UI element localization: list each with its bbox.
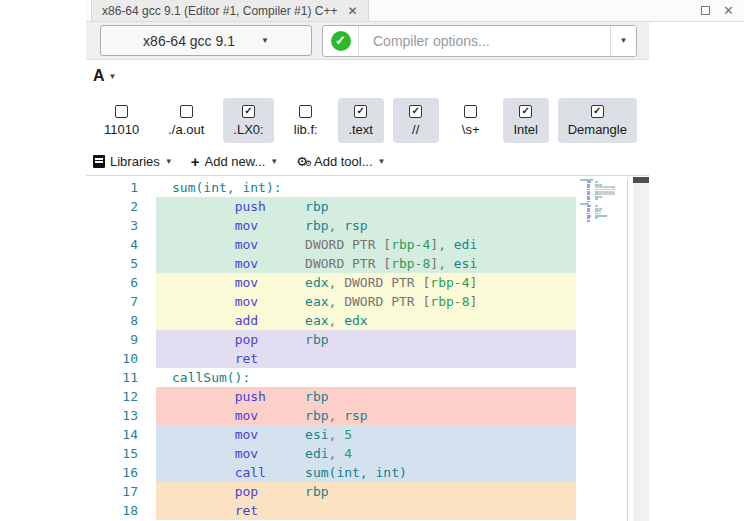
- compiler-pane: x86-64 gcc 9.1 ▼ ✓ ▼ A ▼ 11010./a.out✓.L…: [86, 22, 649, 521]
- filter-toggle[interactable]: ✓Intel: [503, 98, 549, 143]
- asm-line[interactable]: 11callSum():: [86, 368, 649, 387]
- options-dropdown-button[interactable]: ▼: [610, 26, 636, 56]
- filter-label: .text: [348, 122, 373, 137]
- checkbox-checked-icon[interactable]: ✓: [242, 105, 255, 118]
- line-content: mov edi, 4: [156, 444, 576, 463]
- asm-line[interactable]: 8 add eax, edx: [86, 311, 649, 330]
- asm-line[interactable]: 4 mov DWORD PTR [rbp-4], edi: [86, 235, 649, 254]
- line-number: 11: [86, 368, 156, 387]
- line-number: 9: [86, 330, 156, 349]
- checkbox-unchecked-icon[interactable]: [115, 105, 128, 118]
- line-content: mov rbp, rsp: [156, 216, 576, 235]
- asm-line[interactable]: 7 mov eax, DWORD PTR [rbp-8]: [86, 292, 649, 311]
- line-content: add eax, edx: [156, 311, 576, 330]
- font-size-label: A: [93, 67, 105, 85]
- compiler-select-label: x86-64 gcc 9.1: [143, 33, 235, 49]
- asm-line[interactable]: 6 mov edx, DWORD PTR [rbp-4]: [86, 273, 649, 292]
- chevron-down-icon: ▼: [378, 157, 386, 166]
- window-controls: ✕: [701, 4, 744, 21]
- line-number: 18: [86, 501, 156, 520]
- compiler-select[interactable]: x86-64 gcc 9.1 ▼: [100, 25, 312, 56]
- filter-label: Demangle: [568, 122, 627, 137]
- checkbox-checked-icon[interactable]: ✓: [591, 105, 604, 118]
- chevron-down-icon: ▼: [109, 72, 117, 81]
- line-content: ret: [156, 349, 576, 368]
- gears-icon: ⚙⚙: [296, 155, 309, 168]
- filter-toggle[interactable]: ✓//: [393, 98, 439, 143]
- asm-line[interactable]: 16 call sum(int, int): [86, 463, 649, 482]
- chevron-down-icon: ▼: [620, 36, 628, 45]
- compiler-options-group: ✓ ▼: [322, 25, 637, 57]
- scrollbar-thumb[interactable]: [633, 177, 649, 183]
- asm-line[interactable]: 18 ret: [86, 501, 649, 520]
- tab-close-icon[interactable]: ✕: [347, 4, 357, 18]
- asm-line[interactable]: 13 mov rbp, rsp: [86, 406, 649, 425]
- checkbox-checked-icon[interactable]: ✓: [519, 105, 532, 118]
- line-number: 17: [86, 482, 156, 501]
- asm-line[interactable]: 15 mov edi, 4: [86, 444, 649, 463]
- line-number: 2: [86, 197, 156, 216]
- checkbox-checked-icon[interactable]: ✓: [409, 105, 422, 118]
- asm-output-editor[interactable]: 1sum(int, int):2 push rbp3 mov rbp, rsp4…: [86, 177, 649, 521]
- add-new-button[interactable]: + Add new... ▼: [191, 154, 278, 169]
- line-content: mov DWORD PTR [rbp-4], edi: [156, 235, 576, 254]
- line-content: pop rbp: [156, 482, 576, 501]
- asm-line[interactable]: 9 pop rbp: [86, 330, 649, 349]
- line-number: 1: [86, 178, 156, 197]
- asm-line[interactable]: 10 ret: [86, 349, 649, 368]
- actions-row: Libraries ▼ + Add new... ▼ ⚙⚙ Add tool..…: [86, 148, 649, 176]
- asm-line[interactable]: 5 mov DWORD PTR [rbp-8], esi: [86, 254, 649, 273]
- filter-toggle[interactable]: ✓.text: [338, 98, 384, 143]
- asm-line[interactable]: 17 pop rbp: [86, 482, 649, 501]
- line-number: 8: [86, 311, 156, 330]
- filter-label: //: [412, 122, 419, 137]
- pane-header: x86-64 gcc 9.1 (Editor #1, Compiler #1) …: [86, 0, 744, 22]
- asm-line[interactable]: 1sum(int, int):: [86, 178, 649, 197]
- line-content: pop rbp: [156, 330, 576, 349]
- line-content: mov esi, 5: [156, 425, 576, 444]
- chevron-down-icon: ▼: [165, 157, 173, 166]
- line-number: 13: [86, 406, 156, 425]
- add-tool-button[interactable]: ⚙⚙ Add tool... ▼: [296, 154, 385, 169]
- book-icon: [93, 155, 105, 168]
- chevron-down-icon: ▼: [261, 36, 269, 45]
- filter-toggle[interactable]: lib.f:: [283, 98, 329, 143]
- asm-line[interactable]: 3 mov rbp, rsp: [86, 216, 649, 235]
- vertical-scrollbar[interactable]: [633, 177, 649, 521]
- checkbox-unchecked-icon[interactable]: [180, 105, 193, 118]
- line-content: push rbp: [156, 197, 576, 216]
- filter-label: lib.f:: [294, 122, 318, 137]
- filter-toggle[interactable]: ✓.LX0:: [223, 98, 273, 143]
- asm-line[interactable]: 14 mov esi, 5: [86, 425, 649, 444]
- libraries-label: Libraries: [110, 154, 160, 169]
- line-content: mov edx, DWORD PTR [rbp-4]: [156, 273, 576, 292]
- checkbox-checked-icon[interactable]: ✓: [354, 105, 367, 118]
- line-content: mov rbp, rsp: [156, 406, 576, 425]
- minimap[interactable]: [578, 179, 628, 521]
- asm-line[interactable]: 2 push rbp: [86, 197, 649, 216]
- asm-line[interactable]: 12 push rbp: [86, 387, 649, 406]
- filter-toggle[interactable]: \s+: [448, 98, 494, 143]
- filter-toggle[interactable]: 11010: [94, 98, 149, 143]
- line-content: push rbp: [156, 387, 576, 406]
- compiler-tab[interactable]: x86-64 gcc 9.1 (Editor #1, Compiler #1) …: [91, 0, 369, 21]
- filter-label: Intel: [513, 122, 538, 137]
- line-number: 4: [86, 235, 156, 254]
- filter-toggle[interactable]: ✓Demangle: [558, 98, 637, 143]
- line-content: sum(int, int):: [156, 178, 576, 197]
- font-size-button[interactable]: A ▼: [93, 67, 116, 85]
- compiler-toolbar-row: x86-64 gcc 9.1 ▼ ✓ ▼: [86, 22, 649, 60]
- maximize-icon[interactable]: [701, 6, 710, 15]
- chevron-down-icon: ▼: [270, 157, 278, 166]
- checkbox-unchecked-icon[interactable]: [299, 105, 312, 118]
- line-content: call sum(int, int): [156, 463, 576, 482]
- check-circle-icon: ✓: [331, 31, 351, 51]
- compiler-options-input[interactable]: [359, 26, 610, 56]
- line-number: 16: [86, 463, 156, 482]
- checkbox-unchecked-icon[interactable]: [464, 105, 477, 118]
- close-icon[interactable]: ✕: [723, 4, 734, 17]
- add-new-label: Add new...: [205, 154, 266, 169]
- filter-toggle[interactable]: ./a.out: [158, 98, 214, 143]
- add-tool-label: Add tool...: [314, 154, 373, 169]
- libraries-button[interactable]: Libraries ▼: [93, 154, 173, 169]
